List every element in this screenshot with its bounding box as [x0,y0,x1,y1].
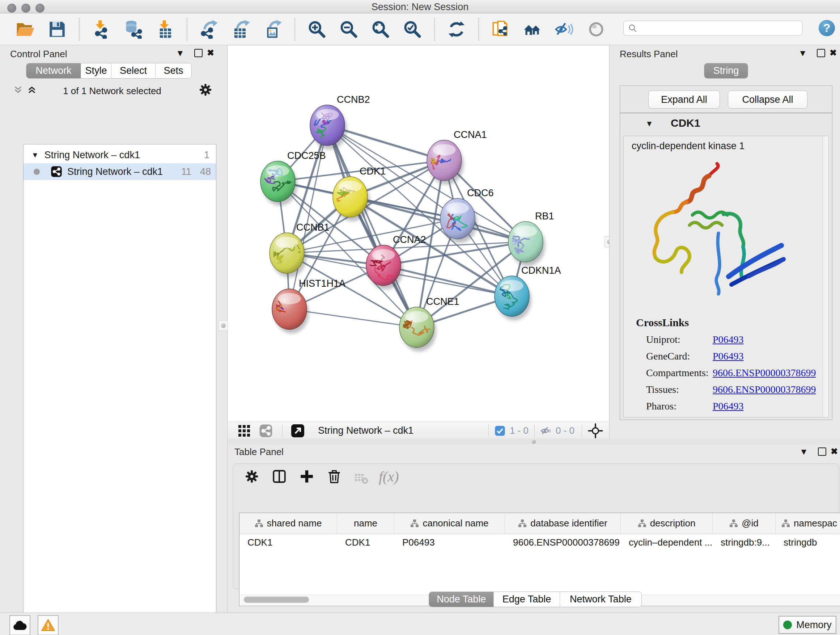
birdseye-view-icon[interactable] [588,423,603,439]
export-table-icon[interactable] [231,19,251,40]
column-header[interactable]: description [621,513,713,534]
tab-network[interactable]: Network [27,63,81,78]
collection-label: String Network – cdk1 [44,149,140,161]
tab-node-table[interactable]: Node Table [429,592,493,607]
node-gloss [316,109,339,120]
memory-button[interactable]: Memory [778,616,836,634]
grid-view-icon[interactable] [238,424,250,437]
zoom-selected-icon[interactable] [402,19,423,40]
import-table-icon[interactable] [155,19,175,40]
first-neighbors-icon[interactable] [523,19,543,40]
cell-id[interactable]: stringdb:9... [713,537,775,548]
node-gloss [500,280,523,291]
network-canvas[interactable]: CCNB2CCNA1CDC25BCDK1CDC6RB1CCNB1CCNA2CDK… [228,46,609,422]
table-header-row: shared name name canonical name database… [240,513,840,534]
table-panel-maximize-icon[interactable] [818,448,826,456]
import-network-file-icon[interactable] [91,19,111,40]
tab-sets[interactable]: Sets [155,63,191,78]
hide-selected-icon[interactable] [554,19,575,40]
splitter-grip-icon [532,440,536,444]
control-panel-close-icon[interactable]: ✖ [207,49,214,57]
crosslink-uniprot-link[interactable]: P06493 [713,334,744,345]
cell-name[interactable]: CDK1 [337,537,394,548]
show-columns-icon[interactable] [272,469,287,484]
cell-namespace[interactable]: stringdb [775,537,840,548]
node-label-CDKN1A: CDKN1A [521,265,561,276]
create-column-icon[interactable] [299,469,314,484]
selected-checkbox-icon[interactable] [494,425,505,436]
column-header[interactable]: canonical name [394,513,505,534]
export-network-icon[interactable] [199,19,219,40]
import-network-database-icon[interactable] [123,19,143,40]
collapse-all-networks-icon[interactable] [13,85,23,96]
results-panel-maximize-icon[interactable] [817,49,825,57]
search-input[interactable] [638,22,794,34]
results-scrollbar[interactable] [823,136,829,417]
table-gear-icon[interactable] [245,470,259,483]
help-icon[interactable]: ? [819,20,835,36]
cell-canonical-name[interactable]: P06493 [394,537,505,548]
zoom-out-icon[interactable] [339,19,359,40]
status-bar: Memory [0,613,840,635]
network-edge-CCNB2-CCNE1[interactable] [327,125,417,327]
network-row[interactable]: String Network – cdk1 11 48 [24,163,216,180]
new-network-from-selection-icon[interactable] [491,19,511,40]
column-header[interactable]: name [337,513,394,534]
warning-status-button[interactable] [38,615,58,635]
tab-network-table[interactable]: Network Table [560,592,641,607]
scrollbar-thumb[interactable] [244,597,309,603]
table-panel-body: f(x) shared name name canonical name dat… [233,463,839,589]
export-image-icon[interactable] [263,19,283,40]
column-header[interactable]: database identifier [505,513,621,534]
crosslink-compartments-link[interactable]: 9606.ENSP00000378699 [713,367,816,379]
network-panel-gear-icon[interactable] [199,83,212,98]
crosslink-genecard-link[interactable]: P06493 [713,350,744,362]
detach-view-icon[interactable] [291,424,305,438]
cell-description[interactable]: cyclin–dependent ... [621,537,713,548]
left-splitter-handle[interactable] [218,320,228,331]
protein-details-content: cyclin-dependent kinase 1 [623,136,829,417]
hidden-eye-icon[interactable] [540,424,552,437]
network-view-share-icon[interactable] [259,424,273,438]
cell-shared-name[interactable]: CDK1 [240,537,337,548]
results-panel-title: Results Panel [620,49,677,60]
show-all-icon[interactable] [586,19,606,40]
collapse-all-button[interactable]: Collapse All [728,90,807,109]
crosslink-pharos-link[interactable]: P06493 [713,401,744,412]
refresh-icon[interactable] [447,19,467,40]
delete-column-icon[interactable] [327,469,342,484]
node-label-CCNA1: CCNA1 [454,129,487,140]
results-panel-float-icon[interactable]: ▼ [798,49,807,57]
results-panel: Results Panel ▼ ✖ String Expand All Coll… [609,46,840,439]
table-row[interactable]: CDK1 CDK1 P06493 9606.ENSP00000378699 cy… [240,534,840,551]
horizontal-splitter[interactable] [228,439,840,444]
cell-database-identifier[interactable]: 9606.ENSP00000378699 [505,537,621,548]
control-panel-maximize-icon[interactable] [194,49,202,57]
node-label-CCNE1: CCNE1 [426,296,459,307]
table-panel-close-icon[interactable]: ✖ [831,447,838,456]
network-share-icon [51,166,62,177]
tree-column-icon [255,519,264,528]
crosslink-tissues-link[interactable]: 9606.ENSP00000378699 [713,384,816,395]
zoom-fit-icon[interactable] [370,19,391,40]
tab-edge-table[interactable]: Edge Table [493,592,559,607]
results-panel-close-icon[interactable]: ✖ [829,49,837,57]
save-session-icon[interactable] [47,19,67,40]
control-panel-float-icon[interactable]: ▼ [176,49,185,57]
tab-select[interactable]: Select [111,63,155,78]
cloud-status-button[interactable] [9,615,30,635]
column-header[interactable]: @id [713,513,775,534]
protein-collapse-icon[interactable]: ▼ [645,119,653,128]
column-header[interactable]: shared name [240,513,337,534]
zoom-in-icon[interactable] [307,19,327,40]
tab-string[interactable]: String [704,63,748,78]
open-session-icon[interactable] [15,19,35,40]
network-collection-row[interactable]: ▼ String Network – cdk1 1 [24,147,216,163]
control-panel-title: Control Panel [10,49,67,60]
expand-all-networks-icon[interactable] [27,85,37,96]
table-panel-float-icon[interactable]: ▼ [799,448,808,456]
column-header[interactable]: namespac [775,513,840,534]
expand-all-button[interactable]: Expand All [648,90,720,109]
tab-style[interactable]: Style [81,63,111,78]
collection-expand-icon[interactable]: ▼ [32,151,39,159]
